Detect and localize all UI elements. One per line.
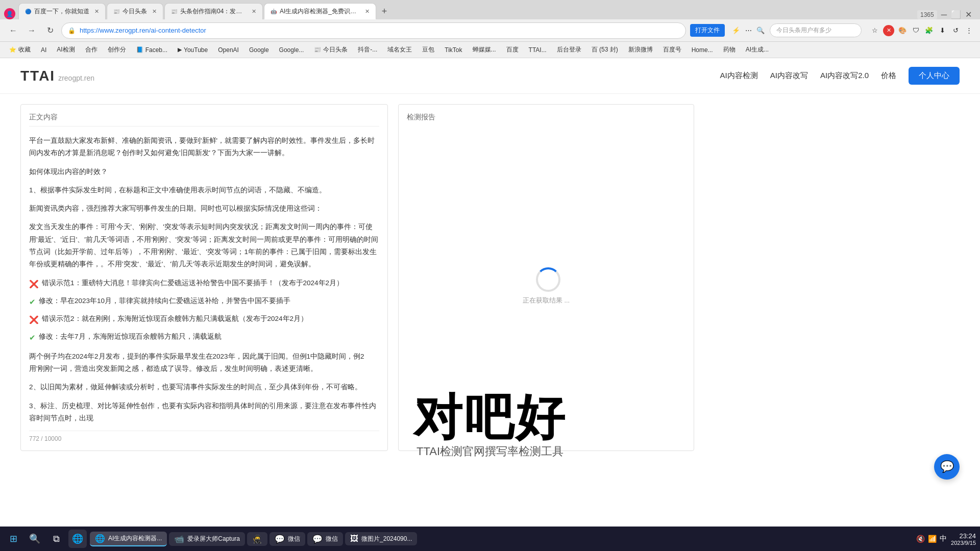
loading-spinner [536,267,556,288]
bookmark-youtube[interactable]: ▶ YouTube [175,45,211,55]
taskbar-mute-icon[interactable]: 🔇 [916,535,925,543]
taskbar-chrome[interactable]: 🌐 [68,530,87,548]
nav-ai-rewrite[interactable]: AI内容改写 [770,71,808,81]
para-intro: 平台一直鼓励大家发布新鲜、准确的新闻资讯，要做到'新鲜'，就需要了解内容的时效性… [29,135,379,160]
taskbar-ime-icon[interactable]: 中 [940,534,947,543]
taskbar-app-ai-detector[interactable]: 🌐 AI生成内容检测器... [90,532,167,546]
tab-guide[interactable]: 📰 头条创作指南04：发布新鲜素... ✕ [164,3,263,19]
chat-button[interactable]: 💬 [934,454,960,480]
nav-price[interactable]: 价格 [881,71,896,81]
taskbar-app-wechat1[interactable]: 💬 微信 [270,532,305,546]
bookmark-domain[interactable]: 域名女王 [384,44,415,55]
tab-baidu-close[interactable]: ✕ [94,8,99,15]
bookmark-cooperation[interactable]: 合作 [82,44,101,55]
taskbar-app-icon-photo: 🖼 [350,534,358,543]
star-icon[interactable]: ☆ [870,26,880,36]
personal-center-button[interactable]: 个人中心 [909,67,960,85]
taskbar-app-icon-wechat1: 💬 [275,534,285,544]
ext-puzzle-icon[interactable]: 🧩 [924,26,934,36]
search-bar[interactable]: 今日头条用户有多少 [770,23,862,37]
lock-icon: 🔒 [68,27,76,34]
bookmark-ai-gen[interactable]: AI生成... [743,44,772,55]
extension-icon-2[interactable]: ⋯ [743,26,753,36]
para-summary: 两个例子均在2024年2月发布，提到的事件实际最早发生在2023年，因此属于旧闻… [29,350,379,375]
address-bar[interactable]: 🔒 https://www.zerogpt.ren/ai-content-det… [61,22,686,39]
taskbar-wifi-icon[interactable]: 📶 [928,535,937,543]
nav-bar: ← → ↻ 🔒 https://www.zerogpt.ren/ai-conte… [0,19,980,42]
nav-ai-detect[interactable]: AI内容检测 [720,71,758,81]
maximize-btn[interactable]: ⬜ [951,10,961,19]
bookmark-creation[interactable]: 创作分 [105,44,129,55]
bookmark-medicine[interactable]: 药物 [720,44,739,55]
ext-shield-icon[interactable]: 🛡 [911,26,921,36]
profile-icon[interactable]: 👤 [4,8,15,19]
bookmark-baiduhao[interactable]: 百度号 [660,44,684,55]
bookmark-douyin[interactable]: 抖音-... [355,44,380,55]
error-example-1: ❌ 错误示范1：重磅特大消息！菲律宾向仁爱礁运送补给警告中国不要插手！（发布于2… [29,277,379,291]
tab-guide-close[interactable]: ✕ [252,8,256,15]
taskbar-app-label-photo: 微图片_2024090... [361,535,412,543]
taskbar-app-photo[interactable]: 🖼 微图片_2024090... [345,532,417,545]
char-count: 772 / 10000 [29,431,379,442]
extension-icon-1[interactable]: ⚡ [731,26,741,36]
bookmark-google1[interactable]: Google [246,45,272,55]
tab-ai-detector-close[interactable]: ✕ [365,8,370,15]
bookmark-openai[interactable]: OpenAI [215,45,242,55]
tab-ai-detector[interactable]: 🤖 AI生成内容检测器_免费识别AI... ✕ [264,3,376,19]
taskbar-apps: 🌐 AI生成内容检测器... 📹 爱录屏大师Captura 🥷 💬 微信 💬 微… [90,532,417,546]
error-x-icon-2: ❌ [29,313,39,327]
open-file-button[interactable]: 打开文件 [690,24,725,37]
bookmark-home[interactable]: Home... [689,45,716,55]
nav-ai-rewrite2[interactable]: AI内容改写2.0 [820,71,869,81]
taskbar-right: 🔇 📶 中 23:24 2023/9/15 [916,532,976,546]
bookmarks-bar: ⭐ 收藏 AI AI检测 合作 创作分 📘 Faceb... ▶ YouTube… [0,42,980,58]
tab-baidu[interactable]: 🔵 百度一下，你就知道 ✕ [18,3,106,19]
extension-icon-3[interactable]: 🔍 [755,26,766,36]
bookmark-ai[interactable]: AI [38,45,50,55]
check-icon-2: ✔ [29,331,36,344]
taskbar-clock[interactable]: 23:24 2023/9/15 [951,532,976,546]
tab-toutiao-close[interactable]: ✕ [152,8,157,15]
taskbar-app-icon-ninja: 🥷 [252,534,262,544]
minimize-btn[interactable]: ─ [941,10,947,19]
restore-btn[interactable]: 1365 [917,10,937,19]
tab-toutiao[interactable]: 📰 今日头条 ✕ [107,3,163,19]
bookmark-ai-check[interactable]: AI检测 [54,44,78,55]
fix-label-2: 修改：去年7月，东海附近惊现百余艘韩方船只，满载返航 [39,331,222,343]
bookmark-weibo[interactable]: 新浪微博 [625,44,656,55]
main-layout: 正文内容 平台一直鼓励大家发布新鲜、准确的新闻资讯，要做到'新鲜'，就需要了解内… [0,94,980,461]
error-label-1: 错误示范1：重磅特大消息！菲律宾向仁爱礁运送补给警告中国不要插手！（发布于202… [42,277,344,289]
bookmark-chanmei[interactable]: 蝉媒媒... [470,44,499,55]
bookmark-ttai[interactable]: TTAI... [526,45,550,55]
page-content: TTAI zreogpt.ren AI内容检测 AI内容改写 AI内容改写2.0… [0,58,980,477]
ext-x-icon[interactable]: ✕ [883,25,894,36]
refresh-button[interactable]: ↻ [43,23,57,38]
taskbar-task-view[interactable]: ⧉ [47,530,65,548]
loading-area: 正在获取结果 ... [523,130,570,442]
bookmark-baidu-mail[interactable]: 百 (53 封) [589,44,621,55]
bookmark-admin[interactable]: 后台登录 [554,44,584,55]
taskbar-app-captura[interactable]: 📹 爱录屏大师Captura [169,532,245,546]
taskbar-windows-start[interactable]: ⊞ [4,530,22,548]
taskbar-app-label-wechat1: 微信 [288,535,300,543]
back-button[interactable]: ← [6,23,20,38]
taskbar-app-wechat2[interactable]: 💬 微信 [307,532,343,546]
address-text: https://www.zerogpt.ren/ai-content-detec… [80,27,679,34]
bookmark-doubao[interactable]: 豆包 [419,44,437,55]
bookmark-facebook[interactable]: 📘 Faceb... [133,45,170,55]
new-tab-button[interactable]: + [377,4,391,18]
site-logo: TTAI zreogpt.ren [20,68,94,84]
taskbar-app-ninja[interactable]: 🥷 [247,532,267,546]
bookmark-collection[interactable]: ⭐ 收藏 [6,44,34,55]
ext-menu-icon[interactable]: ⋮ [964,26,974,36]
ext-download-icon[interactable]: ⬇ [937,26,947,36]
taskbar-search[interactable]: 🔍 [26,530,44,548]
ext-history-icon[interactable]: ↺ [950,26,961,36]
bookmark-toutiao-bm[interactable]: 📰 今日头条 [311,44,351,55]
forward-button[interactable]: → [24,23,39,38]
ext-color-icon[interactable]: 🎨 [897,26,908,36]
bookmark-baidu-bm[interactable]: 百度 [503,44,522,55]
bookmark-tiktok[interactable]: TikTok [442,45,465,55]
bookmark-google2[interactable]: Google... [276,45,307,55]
close-btn[interactable]: ✕ [965,10,972,19]
